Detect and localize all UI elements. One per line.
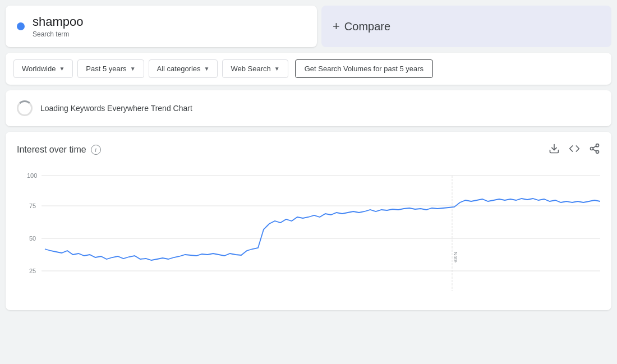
time-filter-label: Past 5 years — [86, 64, 126, 73]
y-label-100: 100 — [27, 172, 37, 179]
filter-row: Worldwide ▼ Past 5 years ▼ All categorie… — [6, 53, 611, 85]
category-chevron-icon: ▼ — [204, 66, 210, 72]
svg-line-4 — [593, 149, 596, 151]
header-row: shampoo Search term + Compare — [0, 0, 617, 53]
region-filter-button[interactable]: Worldwide ▼ — [13, 59, 73, 78]
trend-polyline — [45, 199, 600, 260]
search-term-text: shampoo Search term — [33, 15, 84, 38]
blue-dot-indicator — [17, 22, 25, 30]
share-icon[interactable] — [589, 143, 600, 156]
search-type-chevron-icon: ▼ — [274, 66, 280, 72]
search-term-card: shampoo Search term — [6, 6, 317, 47]
time-chevron-icon: ▼ — [130, 66, 136, 72]
compare-card[interactable]: + Compare — [321, 6, 611, 47]
svg-line-5 — [593, 146, 596, 148]
chart-title: Interest over time — [17, 145, 86, 155]
search-type-filter-label: Web Search — [231, 64, 270, 73]
loading-text: Loading Keywords Everywhere Trend Chart — [40, 104, 192, 113]
term-name: shampoo — [33, 15, 84, 29]
loading-card: Loading Keywords Everywhere Trend Chart — [6, 90, 611, 126]
y-label-50: 50 — [29, 235, 36, 242]
embed-icon[interactable] — [569, 143, 580, 156]
chart-area: 100 75 50 25 Note — [17, 168, 600, 305]
time-filter-button[interactable]: Past 5 years ▼ — [77, 59, 144, 78]
term-label: Search term — [33, 30, 84, 38]
search-type-filter-button[interactable]: Web Search ▼ — [222, 59, 288, 78]
chart-header: Interest over time i — [17, 143, 600, 156]
download-icon[interactable] — [549, 143, 560, 156]
region-chevron-icon: ▼ — [59, 66, 65, 72]
plus-icon: + — [333, 19, 340, 34]
trend-chart-svg: 100 75 50 25 Note — [17, 168, 600, 302]
compare-label: Compare — [344, 20, 390, 33]
chart-actions — [549, 143, 600, 156]
category-filter-label: All categories — [157, 64, 201, 73]
category-filter-button[interactable]: All categories ▼ — [149, 59, 218, 78]
region-filter-label: Worldwide — [22, 64, 56, 73]
loading-spinner — [17, 100, 33, 116]
chart-title-row: Interest over time i — [17, 145, 101, 155]
get-volumes-button[interactable]: Get Search Volumes for past 5 years — [295, 59, 433, 78]
info-icon[interactable]: i — [91, 145, 101, 155]
y-label-25: 25 — [29, 268, 36, 274]
y-label-75: 75 — [29, 202, 36, 209]
chart-card: Interest over time i — [6, 132, 611, 310]
note-text: Note — [453, 252, 458, 262]
